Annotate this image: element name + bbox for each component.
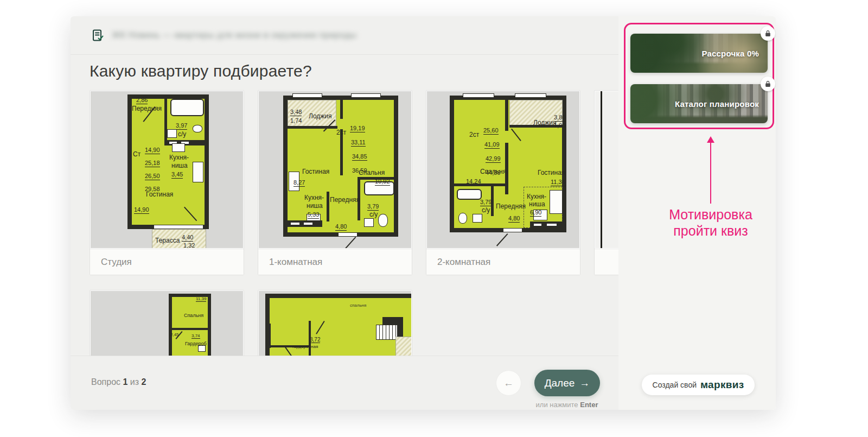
area-value: 5,33	[308, 211, 319, 219]
next-button[interactable]: Далее →	[534, 370, 600, 396]
answer-card-partial-right[interactable]: спальня 3,72 гардеробная	[258, 290, 412, 356]
counter-total: 2	[142, 377, 146, 387]
area-value: 3,48	[290, 109, 302, 116]
answer-cards: 2,86 Передняя 3,97 с/у Ст 14,90 25,18 26…	[90, 90, 618, 356]
quiz-doc-icon	[91, 29, 104, 42]
answer-card-one-room[interactable]: 3,48 1,74 Лоджия 2ст 19,19 33,11 34,85 3…	[258, 90, 412, 275]
room-label: Передняя	[496, 203, 526, 210]
area-value: 11,36	[551, 179, 565, 186]
counter-prefix: Вопрос	[91, 377, 120, 387]
area-value: 14,90	[145, 147, 160, 154]
cards-row-2: 11,39 Спальня 2,45 3,74 Гардероб	[90, 290, 618, 356]
offer-card-catalog[interactable]: Каталог планировок	[630, 84, 768, 123]
area-value: 8,27	[293, 179, 305, 187]
next-arrow-icon: →	[579, 377, 590, 389]
entry-opening	[338, 232, 358, 237]
room-label: ниша	[171, 162, 188, 169]
room-label: Гардероб	[185, 341, 207, 346]
room-label: Лоджия	[309, 113, 332, 120]
annotation-arrow-line	[710, 142, 711, 204]
room-label: Гостиная	[146, 191, 173, 198]
area-value: 41,09	[484, 141, 500, 149]
sidebar: Рассрочка 0% Каталог планировок Мотивиро…	[618, 16, 776, 410]
answer-card-two-room[interactable]: 2ст 25,60 41,09 42,99 44,89 Лоджия 3,80 …	[426, 90, 580, 275]
area-value: 42,99	[486, 155, 501, 163]
floorplan-two-room: 2ст 25,60 41,09 42,99 44,89 Лоджия 3,80 …	[427, 91, 579, 248]
area-value: 14,24	[466, 178, 481, 185]
floorplan-clipped	[595, 91, 618, 248]
room-label: спальня	[350, 303, 366, 308]
plan-type: 2ст	[469, 131, 479, 138]
area-value: 1,74	[290, 117, 302, 124]
area-value: 33,11	[351, 139, 366, 147]
annotation-text: Мотивировка пройти квиз	[642, 206, 776, 239]
bathtub-icon	[457, 189, 482, 200]
area-value: 19,19	[350, 125, 365, 132]
room-label: Терасса	[155, 237, 180, 244]
room-label: Кухня-	[304, 194, 324, 201]
offer-label: Рассрочка 0%	[701, 49, 759, 58]
answer-card-clipped[interactable]	[594, 90, 618, 275]
answer-label: 1-комнатная	[258, 249, 412, 275]
floorplan-studio: 2,86 Передняя 3,97 с/у Ст 14,90 25,18 26…	[91, 91, 243, 248]
window	[515, 93, 546, 98]
wall	[164, 99, 167, 125]
annotation-line-2: пройти квиз	[642, 223, 776, 239]
window	[303, 222, 313, 225]
room-label: Гостиная	[302, 168, 329, 175]
room-label: ниша	[529, 201, 545, 208]
area-value: 11,39	[196, 296, 206, 302]
area-value: 25,18	[145, 160, 160, 167]
room-label: Спальня	[480, 168, 506, 175]
answer-label: 2-комнатная	[426, 249, 580, 275]
room-label: Кухня-	[527, 193, 546, 200]
kitchen-sink-icon	[172, 143, 185, 152]
area-value: 3,79	[480, 199, 492, 206]
sink-icon	[193, 125, 202, 132]
window	[290, 222, 300, 225]
area-value: 3,72	[310, 337, 320, 343]
room-label: с/у	[178, 131, 186, 138]
cta-prefix: Создай свой	[653, 381, 697, 389]
area-value: 26,50	[145, 173, 160, 180]
room-label: Передняя	[330, 197, 360, 204]
cards-row-1: 2,86 Передняя 3,97 с/у Ст 14,90 25,18 26…	[90, 90, 618, 275]
area-value: 10,92	[375, 178, 390, 186]
wall	[340, 98, 343, 119]
answer-card-studio[interactable]: 2,86 Передняя 3,97 с/у Ст 14,90 25,18 26…	[90, 90, 244, 275]
area-value: 3,80	[554, 114, 565, 122]
area-value: 4,40	[182, 234, 193, 242]
quiz-body: Какую квартиру подбираете?	[71, 55, 618, 356]
room-label: ниша	[307, 202, 323, 210]
create-marquiz-button[interactable]: Создай свой марквиз	[642, 375, 755, 395]
floorplan-partial-left: 11,39 Спальня 2,45 3,74 Гардероб	[91, 291, 243, 356]
washer-icon	[167, 129, 177, 138]
room-label: гардеробная	[292, 344, 318, 349]
wall	[601, 91, 602, 248]
quiz-header: ЖК Новинь — квартиры для жизни в окружен…	[71, 16, 618, 55]
area-value: 34,85	[352, 153, 367, 161]
room-label: с/у	[482, 207, 490, 214]
quiz-title-blurred: ЖК Новинь — квартиры для жизни в окружен…	[112, 30, 356, 41]
stove-icon	[550, 190, 563, 214]
area-value: 3,79	[367, 203, 379, 211]
marquiz-logo-text: марквиз	[700, 379, 744, 391]
floorplan-partial-right: спальня 3,72 гардеробная	[259, 291, 411, 356]
enter-hint-text: или нажмите	[536, 401, 578, 409]
bathtub-icon	[170, 99, 204, 116]
wall	[288, 126, 337, 129]
back-button[interactable]: ←	[496, 370, 521, 396]
area-value: 3,74	[192, 333, 200, 339]
window	[533, 223, 542, 226]
door-swing	[344, 237, 356, 248]
room-label: Спальня	[359, 169, 385, 176]
area-value: 4,80	[508, 215, 520, 223]
next-button-label: Далее	[545, 377, 575, 389]
terrace-hatch	[395, 337, 411, 356]
area-value: 2,45	[170, 332, 179, 337]
offer-card-installment[interactable]: Рассрочка 0%	[630, 34, 768, 73]
offer-label: Каталог планировок	[675, 99, 759, 109]
answer-label	[595, 249, 618, 275]
answer-card-partial-left[interactable]: 11,39 Спальня 2,45 3,74 Гардероб	[90, 290, 244, 356]
quiz-panel: ЖК Новинь — квартиры для жизни в окружен…	[71, 16, 776, 410]
